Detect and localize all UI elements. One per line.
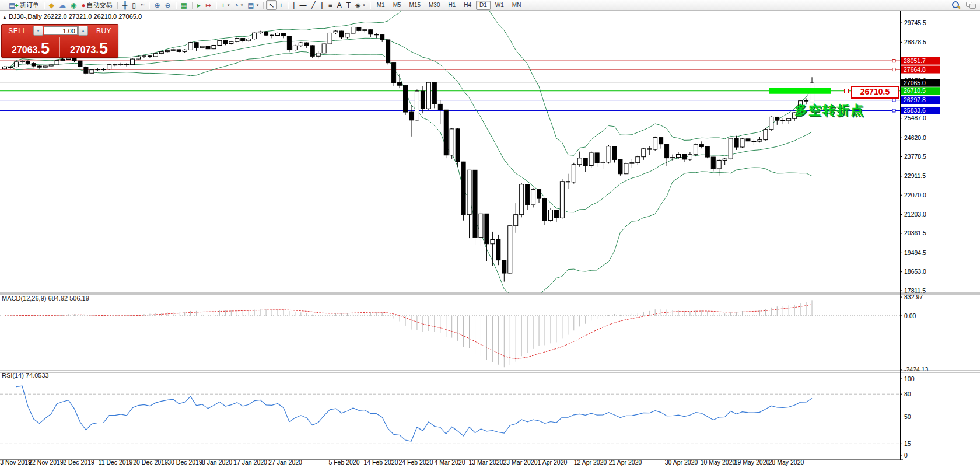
indicators-button[interactable]: +▾ xyxy=(219,0,232,10)
market-button[interactable]: ◆ xyxy=(47,0,57,10)
indicators-icon: + xyxy=(221,1,225,9)
cursor-icon: ↖ xyxy=(268,1,274,9)
shapes-button[interactable]: ◈▾ xyxy=(353,0,368,10)
macd-signal-line xyxy=(5,305,812,359)
separator xyxy=(263,2,264,9)
text-icon: A xyxy=(337,1,342,9)
tile-windows-icon: ▦ xyxy=(181,1,187,9)
candlestick-chart-icon: ▯ xyxy=(132,1,136,9)
zoom-in-button[interactable]: ⊕ xyxy=(152,0,162,10)
fibonacci-button[interactable]: ≡ xyxy=(326,0,335,10)
label-icon: T xyxy=(346,1,351,9)
cursor-button[interactable]: ↖ xyxy=(266,0,276,10)
separator xyxy=(176,2,176,9)
separator xyxy=(44,2,44,9)
toolbar-grip xyxy=(2,2,4,8)
templates-button[interactable]: ▤▾ xyxy=(245,0,261,10)
sell-button[interactable]: 27063.5 xyxy=(2,37,60,57)
callout-anchor-handle[interactable] xyxy=(844,89,849,93)
timeframe-h1[interactable]: H1 xyxy=(444,1,459,10)
timeframe-mn[interactable]: MN xyxy=(509,1,525,10)
collapse-one-click-icon[interactable]: ▲ xyxy=(2,15,7,20)
price-axis[interactable] xyxy=(900,10,980,460)
new-order-button[interactable]: ▤+ 新订单 xyxy=(6,0,41,10)
sell-price-big-digit: 5 xyxy=(41,42,50,55)
separator xyxy=(149,2,149,9)
signals-button[interactable]: ◉ xyxy=(68,0,79,10)
crosshair-button[interactable]: + xyxy=(276,0,285,10)
community-button[interactable]: ☁ xyxy=(57,0,68,10)
trendline-icon: ╱ xyxy=(311,1,315,9)
dropdown-caret-icon[interactable]: ▾ xyxy=(257,3,259,8)
dropdown-caret-icon[interactable]: ▾ xyxy=(241,3,243,8)
tile-windows-button[interactable]: ▦ xyxy=(178,0,190,10)
line-chart-icon: ≈ xyxy=(141,1,145,9)
shapes-icon: ◈ xyxy=(355,1,360,9)
buy-price-big-digit: 5 xyxy=(99,42,108,55)
buy-button-label[interactable]: BUY xyxy=(88,27,120,35)
timeframe-m5[interactable]: M5 xyxy=(390,1,405,10)
autotrade-button[interactable]: ● 自动交易 xyxy=(79,0,115,10)
timeframe-m15[interactable]: M15 xyxy=(406,1,424,10)
horizontal-line-icon: — xyxy=(299,1,306,9)
time-axis[interactable] xyxy=(0,460,980,471)
trendline-button[interactable]: ╱ xyxy=(309,0,317,10)
one-click-trading-panel: SELL ▼ ▲ BUY 27063.5 27073.5 xyxy=(1,24,118,58)
rsi-indicator-label: RSI(14) 74.0533 xyxy=(2,372,49,379)
volume-input[interactable] xyxy=(44,26,78,35)
sell-button-label[interactable]: SELL xyxy=(2,27,33,35)
autoscroll-button[interactable]: ▸ xyxy=(195,0,203,10)
timeframe-m1[interactable]: M1 xyxy=(373,1,388,10)
autotrade-icon: ● xyxy=(82,1,86,9)
main-toolbar: ▤+ 新订单 ◆☁◉ ● 自动交易 ╫▯≈⊕⊖▦▸↦+▾◔▾▤▾↖+|—╱∥≡A… xyxy=(0,0,980,11)
timeframe-toolbar: M1M5M15M30H1H4D1W1MN xyxy=(373,1,526,10)
separator xyxy=(117,2,118,9)
text-button[interactable]: A xyxy=(335,0,344,10)
volume-decrease-button[interactable]: ▼ xyxy=(33,26,43,36)
sell-price: 27063. xyxy=(12,45,40,55)
chart-canvas[interactable]: 27170.029745.528878.525487.024620.023778… xyxy=(0,10,980,471)
chart-title-row: ▲DJ30-,Daily 26222.0 27321.0 26210.0 270… xyxy=(2,13,142,20)
turning-point-annotation[interactable]: 多空转折点 xyxy=(794,102,864,119)
separator xyxy=(216,2,216,9)
timeframe-w1[interactable]: W1 xyxy=(492,1,508,10)
bar-chart-icon: ╫ xyxy=(123,1,128,9)
vertical-line-icon: | xyxy=(293,1,295,9)
signals-icon: ◉ xyxy=(71,1,76,9)
chart-ohlc-title: DJ30-,Daily 26222.0 27321.0 26210.0 2706… xyxy=(9,13,142,20)
main-chart-plot[interactable] xyxy=(0,10,900,293)
zoom-out-icon: ⊖ xyxy=(165,1,171,9)
dropdown-caret-icon[interactable]: ▾ xyxy=(228,3,230,8)
zoom-in-icon: ⊕ xyxy=(154,1,160,9)
timeframe-d1[interactable]: D1 xyxy=(476,1,491,10)
chart-shift-icon: ↦ xyxy=(205,1,211,9)
periods-button[interactable]: ◔▾ xyxy=(232,0,246,10)
vertical-line-button[interactable]: | xyxy=(290,0,297,10)
new-order-label: 新订单 xyxy=(20,1,39,9)
bar-chart-button[interactable]: ╫ xyxy=(120,0,130,10)
market-icon: ◆ xyxy=(49,1,54,9)
macd-histogram xyxy=(5,300,812,367)
timeframe-m30[interactable]: M30 xyxy=(425,1,443,10)
chart-shift-button[interactable]: ↦ xyxy=(203,0,214,10)
templates-icon: ▤ xyxy=(247,1,254,9)
zoom-out-button[interactable]: ⊖ xyxy=(163,0,173,10)
community-icon: ☁ xyxy=(59,1,66,9)
price-callout-box[interactable]: 26710.5 xyxy=(851,86,899,99)
timeframe-h4[interactable]: H4 xyxy=(460,1,475,10)
buy-button[interactable]: 27073.5 xyxy=(60,37,118,57)
autoscroll-icon: ▸ xyxy=(197,1,201,9)
fibonacci-icon: ≡ xyxy=(328,1,332,9)
candlestick-chart-button[interactable]: ▯ xyxy=(130,0,138,10)
channel-icon: ∥ xyxy=(320,1,324,9)
horizontal-line-button[interactable]: — xyxy=(297,0,309,10)
separator xyxy=(288,2,288,9)
dropdown-caret-icon[interactable]: ▾ xyxy=(363,3,365,8)
volume-increase-button[interactable]: ▲ xyxy=(78,26,88,36)
macd-indicator-label: MACD(12,26,9) 684.92 506.19 xyxy=(2,295,89,302)
channel-button[interactable]: ∥ xyxy=(318,0,326,10)
chat-icon[interactable] xyxy=(966,1,975,9)
label-button[interactable]: T xyxy=(344,0,353,10)
line-chart-button[interactable]: ≈ xyxy=(138,0,147,10)
search-icon[interactable] xyxy=(951,1,960,9)
